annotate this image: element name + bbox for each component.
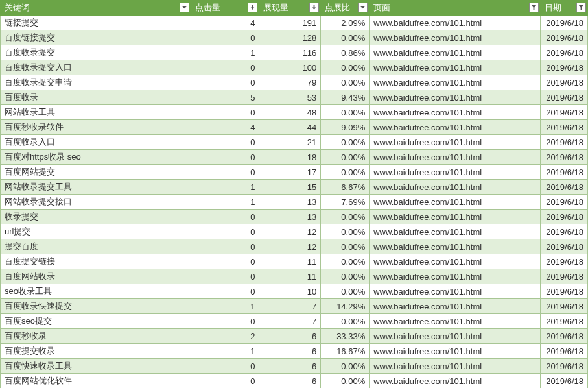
cell-impressions: 79: [259, 75, 321, 90]
cell-keyword: 百度网站优化软件: [1, 374, 191, 389]
filter-sort-icon[interactable]: [309, 3, 319, 12]
header-clicks-label: 点击量: [195, 3, 220, 12]
cell-clicks: 0: [191, 135, 259, 150]
cell-page: www.baidufree.com/101.html: [370, 105, 541, 120]
cell-keyword: 百度收录提交: [1, 45, 191, 60]
cell-date: 2019/6/18: [540, 30, 587, 45]
table-row: 百度快速收录工具060.00%www.baidufree.com/101.htm…: [1, 359, 588, 374]
cell-impressions: 13: [259, 195, 321, 210]
header-impressions-label: 展现量: [263, 3, 288, 12]
cell-page: www.baidufree.com/101.html: [370, 329, 541, 344]
cell-page: www.baidufree.com/101.html: [370, 299, 541, 314]
table-row: seo收录工具0100.00%www.baidufree.com/101.htm…: [1, 284, 588, 299]
table-row: 链接提交41912.09%www.baidufree.com/101.html2…: [1, 16, 588, 30]
cell-keyword: seo收录工具: [1, 284, 191, 299]
cell-ratio: 0.00%: [321, 269, 370, 284]
cell-page: www.baidufree.com/101.html: [370, 224, 541, 239]
cell-keyword: 百度链接提交: [1, 30, 191, 45]
cell-clicks: 5: [191, 90, 259, 105]
cell-ratio: 0.00%: [321, 30, 370, 45]
cell-date: 2019/6/18: [540, 329, 587, 344]
cell-ratio: 7.69%: [321, 195, 370, 210]
cell-page: www.baidufree.com/101.html: [370, 239, 541, 254]
table-row: 收录提交0130.00%www.baidufree.com/101.html20…: [1, 210, 588, 224]
table-row: 百度提交链接0110.00%www.baidufree.com/101.html…: [1, 254, 588, 269]
header-date[interactable]: 日期: [540, 1, 587, 16]
table-row: 百度seo提交070.00%www.baidufree.com/101.html…: [1, 314, 588, 329]
cell-page: www.baidufree.com/101.html: [370, 254, 541, 269]
cell-clicks: 1: [191, 344, 259, 359]
cell-impressions: 6: [259, 374, 321, 389]
cell-date: 2019/6/18: [540, 90, 587, 105]
cell-clicks: 0: [191, 314, 259, 329]
cell-impressions: 6: [259, 344, 321, 359]
table-row: 提交百度0120.00%www.baidufree.com/101.html20…: [1, 239, 588, 254]
cell-page: www.baidufree.com/101.html: [370, 135, 541, 150]
header-ratio[interactable]: 点展比: [321, 1, 370, 16]
cell-date: 2019/6/18: [540, 150, 587, 165]
cell-date: 2019/6/18: [540, 224, 587, 239]
cell-keyword: 百度对https收录 seo: [1, 150, 191, 165]
cell-clicks: 2: [191, 329, 259, 344]
cell-ratio: 33.33%: [321, 329, 370, 344]
cell-date: 2019/6/18: [540, 314, 587, 329]
cell-keyword: 百度收录快速提交: [1, 299, 191, 314]
table-row: url提交0120.00%www.baidufree.com/101.html2…: [1, 224, 588, 239]
cell-ratio: 0.00%: [321, 254, 370, 269]
cell-ratio: 0.00%: [321, 314, 370, 329]
cell-keyword: 百度提交链接: [1, 254, 191, 269]
cell-impressions: 15: [259, 180, 321, 195]
cell-keyword: 百度网站收录: [1, 269, 191, 284]
table-row: 百度链接提交01280.00%www.baidufree.com/101.htm…: [1, 30, 588, 45]
cell-date: 2019/6/18: [540, 105, 587, 120]
header-keyword[interactable]: 关键词: [1, 1, 191, 16]
table-header-row: 关键词 点击量 展现量 点展比 页面 日期: [1, 1, 588, 16]
header-page[interactable]: 页面: [370, 1, 541, 16]
cell-ratio: 0.86%: [321, 45, 370, 60]
header-impressions[interactable]: 展现量: [259, 1, 321, 16]
cell-keyword: url提交: [1, 224, 191, 239]
cell-keyword: 百度收录提交申请: [1, 75, 191, 90]
cell-ratio: 0.00%: [321, 284, 370, 299]
cell-ratio: 6.67%: [321, 180, 370, 195]
filter-sort-icon[interactable]: [248, 3, 257, 12]
filter-active-icon[interactable]: [576, 3, 586, 12]
cell-ratio: 0.00%: [321, 150, 370, 165]
cell-date: 2019/6/18: [540, 269, 587, 284]
cell-date: 2019/6/18: [540, 60, 587, 75]
cell-page: www.baidufree.com/101.html: [370, 374, 541, 389]
cell-page: www.baidufree.com/101.html: [370, 150, 541, 165]
cell-date: 2019/6/18: [540, 120, 587, 135]
cell-ratio: 16.67%: [321, 344, 370, 359]
cell-page: www.baidufree.com/101.html: [370, 359, 541, 374]
header-ratio-label: 点展比: [325, 3, 350, 12]
filter-dropdown-icon[interactable]: [180, 3, 189, 12]
cell-impressions: 17: [259, 165, 321, 180]
cell-date: 2019/6/18: [540, 239, 587, 254]
table-row: 百度收录提交11160.86%www.baidufree.com/101.htm…: [1, 45, 588, 60]
filter-dropdown-icon[interactable]: [358, 3, 368, 12]
cell-keyword: 收录提交: [1, 210, 191, 224]
cell-impressions: 53: [259, 90, 321, 105]
table-row: 网站收录工具0480.00%www.baidufree.com/101.html…: [1, 105, 588, 120]
cell-keyword: 百度seo提交: [1, 314, 191, 329]
cell-page: www.baidufree.com/101.html: [370, 120, 541, 135]
cell-clicks: 0: [191, 75, 259, 90]
cell-ratio: 0.00%: [321, 60, 370, 75]
cell-ratio: 14.29%: [321, 299, 370, 314]
cell-ratio: 0.00%: [321, 75, 370, 90]
cell-clicks: 0: [191, 254, 259, 269]
cell-clicks: 1: [191, 180, 259, 195]
cell-page: www.baidufree.com/101.html: [370, 210, 541, 224]
cell-impressions: 116: [259, 45, 321, 60]
cell-clicks: 0: [191, 165, 259, 180]
table-row: 百度收录提交入口01000.00%www.baidufree.com/101.h…: [1, 60, 588, 75]
cell-keyword: 网站收录提交工具: [1, 180, 191, 195]
cell-date: 2019/6/18: [540, 359, 587, 374]
cell-clicks: 0: [191, 359, 259, 374]
cell-keyword: 百度秒收录: [1, 329, 191, 344]
cell-ratio: 0.00%: [321, 239, 370, 254]
filter-active-icon[interactable]: [529, 3, 539, 12]
cell-date: 2019/6/18: [540, 165, 587, 180]
header-clicks[interactable]: 点击量: [191, 1, 259, 16]
